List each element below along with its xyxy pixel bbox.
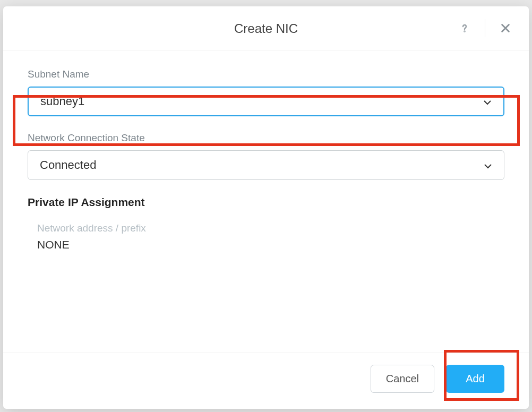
- modal-header: Create NIC: [3, 6, 529, 50]
- network-connection-state-value: Connected: [40, 158, 96, 172]
- modal-title: Create NIC: [19, 21, 513, 36]
- network-address-label: Network address / prefix: [37, 222, 504, 234]
- close-icon[interactable]: [498, 21, 513, 36]
- add-button[interactable]: Add: [446, 365, 504, 393]
- network-connection-state-label: Network Connection State: [28, 132, 504, 144]
- network-address-value: NONE: [37, 238, 504, 251]
- chevron-down-icon: [483, 95, 492, 108]
- separator: [485, 19, 485, 37]
- header-actions: [457, 19, 513, 37]
- help-icon[interactable]: [457, 21, 472, 36]
- subnet-name-field: Subnet Name subney1: [28, 68, 504, 116]
- network-connection-state-select[interactable]: Connected: [28, 150, 504, 180]
- subnet-name-value: subney1: [40, 95, 84, 108]
- private-ip-heading: Private IP Assignment: [28, 196, 504, 209]
- modal-body: Subnet Name subney1 Network Connection S…: [3, 50, 529, 353]
- cancel-button[interactable]: Cancel: [371, 365, 434, 393]
- create-nic-modal: Create NIC Subnet Name subney1 Network C…: [3, 6, 529, 409]
- network-connection-state-field: Network Connection State Connected: [28, 132, 504, 180]
- modal-footer: Cancel Add: [3, 353, 529, 409]
- subnet-name-label: Subnet Name: [28, 68, 504, 80]
- subnet-name-select[interactable]: subney1: [28, 87, 504, 116]
- svg-point-0: [464, 31, 465, 31]
- chevron-down-icon: [484, 158, 492, 172]
- network-address-block: Network address / prefix NONE: [28, 222, 504, 251]
